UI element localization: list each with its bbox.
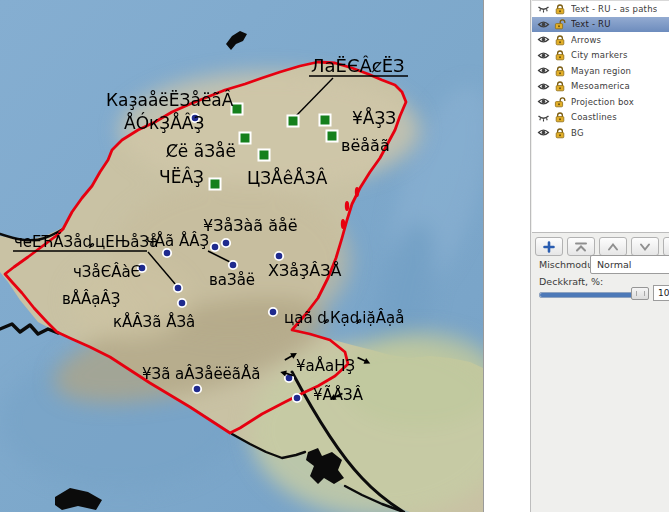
layers-panel: Text - RU - as pathsText - RUArrowsCity … xyxy=(530,0,669,512)
eye-open-icon[interactable] xyxy=(537,65,554,76)
raise-icon xyxy=(606,241,620,253)
map-label: ¥ÅҘЗ xyxy=(352,107,396,128)
blend-mode-dropdown[interactable]: Normal xyxy=(590,255,669,274)
mayan-site-marker xyxy=(320,115,331,126)
city-marker xyxy=(211,243,219,251)
map-label: КаҙаåёЁЗåёãÂ xyxy=(106,89,234,110)
map-drawing: ЛаЁЄÂȼЁЗКаҙаåёЁЗåёãÂÅÓкҘÅÂҘȻё ãЗåёЧЁÂҘЦЗ… xyxy=(0,0,483,512)
lock-closed-icon[interactable] xyxy=(554,127,571,139)
eye-closed-icon[interactable] xyxy=(537,112,554,123)
map-label: ваЗåё xyxy=(209,271,255,289)
city-marker xyxy=(174,284,182,292)
layer-name: Coastlines xyxy=(571,112,617,122)
opacity-spinbox[interactable]: 100 xyxy=(653,285,669,301)
lock-closed-icon[interactable] xyxy=(554,49,571,61)
city-marker xyxy=(163,249,171,257)
mayan-site-marker xyxy=(259,150,270,161)
lower-layer-button[interactable] xyxy=(631,237,659,256)
layers-list[interactable]: Text - RU - as pathsText - RUArrowsCity … xyxy=(532,0,669,233)
layer-row-text-ru[interactable]: Text - RU xyxy=(532,17,669,33)
layer-row-mayan-region[interactable]: Mayan region xyxy=(532,63,669,79)
red-island xyxy=(345,201,349,211)
layer-row-projection-box[interactable]: Projection box xyxy=(532,94,669,110)
layer-name: Mayan region xyxy=(571,66,631,76)
eye-open-icon[interactable] xyxy=(537,19,554,30)
mayan-site-marker xyxy=(210,179,221,190)
red-island xyxy=(355,187,359,197)
lock-closed-icon[interactable] xyxy=(554,65,571,77)
layer-name: City markers xyxy=(571,50,628,60)
map-label: вёåăã xyxy=(341,136,390,155)
map-label: вÅÂạÂҘ xyxy=(62,289,120,308)
raise-to-top-icon xyxy=(574,241,588,253)
red-island xyxy=(341,219,345,229)
raise-layer-button[interactable] xyxy=(599,237,627,256)
lock-closed-icon[interactable] xyxy=(554,111,571,123)
city-marker xyxy=(269,308,277,316)
map-label: ¥ЗåЗàã ăåё xyxy=(203,216,298,235)
layer-name: Projection box xyxy=(571,97,634,107)
lock-closed-icon[interactable] xyxy=(554,80,571,92)
city-marker xyxy=(293,394,301,402)
city-marker xyxy=(275,252,283,260)
application-window: ЛаЁЄÂȼЁЗКаҙаåёЁЗåёãÂÅÓкҘÅÂҘȻё ãЗåёЧЁÂҘЦЗ… xyxy=(0,0,669,512)
map-label: ÅÓкҘÅÂҘ xyxy=(124,112,204,133)
opacity-slider-handle[interactable] xyxy=(631,287,649,300)
plus-icon xyxy=(543,241,555,253)
layer-name: BG xyxy=(571,128,584,138)
map-label: Ȼё ãЗåё xyxy=(166,141,236,161)
map-label: ¥аÅаНҘ xyxy=(296,356,355,375)
lock-closed-icon[interactable] xyxy=(554,34,571,46)
eye-open-icon[interactable] xyxy=(537,50,554,61)
map-label: кÅÂЗã ÅЗâ xyxy=(113,312,195,331)
layer-row-city-markers[interactable]: City markers xyxy=(532,48,669,64)
map-label: ХЗåҘÂЗÅ xyxy=(268,261,341,280)
lower-icon xyxy=(638,241,652,253)
lock-open-icon[interactable] xyxy=(554,18,571,30)
mayan-site-marker xyxy=(327,131,338,142)
map-label: чÅã ÅÂҘ xyxy=(146,231,209,250)
opacity-slider-fill xyxy=(540,293,634,297)
layer-name: Mesoamerica xyxy=(571,81,630,91)
map-label: ЛаЁЄÂȼЁЗ xyxy=(311,55,405,76)
eye-open-icon[interactable] xyxy=(537,96,554,107)
layers-toolbar xyxy=(535,237,669,255)
eye-open-icon[interactable] xyxy=(537,34,554,45)
layer-row-mesoamerica[interactable]: Mesoamerica xyxy=(532,79,669,95)
map-label: цạã ȡКạȡіặÂạå xyxy=(284,308,404,327)
layer-name: Arrows xyxy=(571,35,601,45)
opacity-label: Deckkraft, %: xyxy=(539,276,603,287)
city-marker xyxy=(178,299,186,307)
city-marker xyxy=(229,261,237,269)
map-label: чеЕЋÃЗåȡцЕЊåЗå xyxy=(14,232,158,251)
lock-closed-icon[interactable] xyxy=(554,3,571,15)
layer-name: Text - RU xyxy=(571,19,611,29)
layer-name: Text - RU - as paths xyxy=(571,4,657,14)
eye-open-icon[interactable] xyxy=(537,81,554,92)
mayan-site-marker xyxy=(288,116,299,127)
add-layer-button[interactable] xyxy=(535,237,563,256)
lower-to-bottom-button[interactable] xyxy=(663,237,669,256)
map-label: ¥ÃÅЗÂ xyxy=(313,385,364,404)
lock-open-icon[interactable] xyxy=(554,96,571,108)
raise-to-top-button[interactable] xyxy=(567,237,595,256)
map-label: ¥Зã аÂЗåёёãÅă xyxy=(142,364,260,383)
map-canvas[interactable]: ЛаЁЄÂȼЁЗКаҙаåёЁЗåёãÂÅÓкҘÅÂҘȻё ãЗåёЧЁÂҘЦЗ… xyxy=(0,0,484,512)
map-label: ЧЁÂҘ xyxy=(159,166,204,187)
city-marker xyxy=(193,385,201,393)
eye-closed-icon[interactable] xyxy=(537,3,554,14)
map-label: чЗåЄÂàЄ xyxy=(73,262,141,281)
layer-row-bg[interactable]: BG xyxy=(532,125,669,141)
mayan-site-marker xyxy=(240,133,251,144)
map-label: ЦЗÅêÅЗÂ xyxy=(247,167,328,188)
city-marker xyxy=(222,239,230,247)
layer-row-arrows[interactable]: Arrows xyxy=(532,32,669,48)
layer-row-coastlines[interactable]: Coastlines xyxy=(532,110,669,126)
eye-open-icon[interactable] xyxy=(537,127,554,138)
layer-row-text-ru-as-paths[interactable]: Text - RU - as paths xyxy=(532,1,669,17)
